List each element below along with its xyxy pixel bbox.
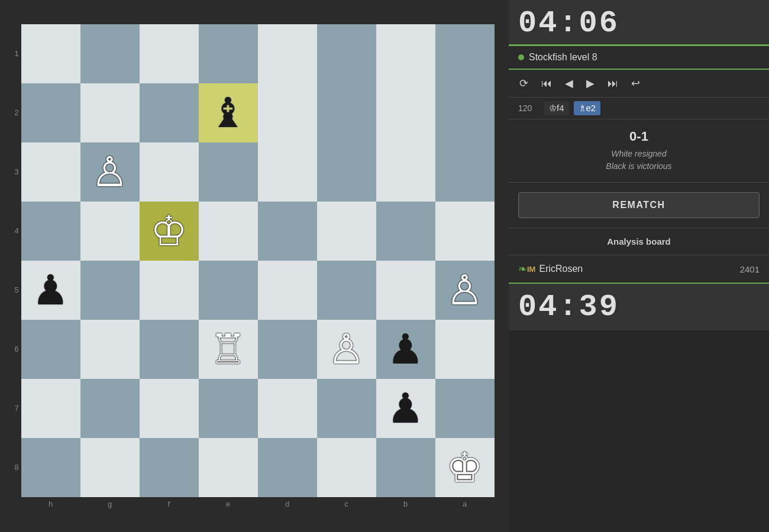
square-d2[interactable] [258,83,317,142]
square-f4-highlight[interactable]: ♔ [140,202,199,261]
square-e1[interactable] [199,24,258,83]
square-e3[interactable] [199,142,258,202]
square-e4[interactable] [199,202,258,261]
square-d6[interactable] [258,320,317,379]
square-h2[interactable] [21,83,80,142]
square-d7[interactable] [258,379,317,438]
next-move-button[interactable]: ▶ [583,74,598,92]
square-h1[interactable] [21,24,80,83]
rematch-button[interactable]: REMATCH [518,192,760,218]
square-b4[interactable] [376,202,435,261]
square-f5[interactable] [140,261,199,320]
square-h4[interactable] [21,202,80,261]
clock-bottom-display: 04:39 [518,290,760,325]
pawn-black-b6: ♟ [387,329,424,370]
square-e6[interactable]: ♖ [199,320,258,379]
square-g5[interactable] [80,261,140,320]
square-g8[interactable] [80,438,140,497]
square-g7[interactable] [80,379,140,438]
square-a7[interactable] [435,379,495,438]
chess-board[interactable]: ♝ ♙ ♔ [21,24,495,497]
status-dot [518,54,524,60]
square-d4[interactable] [258,202,317,261]
king-white-a8: ♚ [446,447,483,488]
clock-top: 04:06 [509,0,769,46]
player-badge: IM [527,265,535,274]
square-b5[interactable] [376,261,435,320]
square-b3[interactable] [376,142,435,202]
square-g2[interactable] [80,83,140,142]
square-d1[interactable] [258,24,317,83]
analysis-section[interactable]: Analysis board [509,228,769,255]
first-move-button[interactable]: ⏮ [538,75,555,92]
king-white-f4: ♔ [150,210,188,252]
file-g: g [80,499,140,508]
pawn-white-a5: ♙ [446,270,483,311]
square-a6[interactable] [435,320,495,379]
square-b1[interactable] [376,24,435,83]
square-d5[interactable] [258,261,317,320]
undo-button[interactable]: ↩ [628,74,644,92]
square-b6[interactable]: ♟ [376,320,435,379]
moves-row: 120 ♔f4 ♗e2 [509,98,769,119]
square-f8[interactable] [140,438,199,497]
square-e5[interactable] [199,261,258,320]
square-a3[interactable] [435,142,495,202]
square-c6[interactable]: ♙ [317,320,376,379]
square-a1[interactable] [435,24,495,83]
square-c5[interactable] [317,261,376,320]
square-a5[interactable]: ♙ [435,261,495,320]
rematch-section: REMATCH [509,183,769,228]
square-e2-highlight[interactable]: ♝ [199,83,258,142]
file-c: c [317,499,376,508]
pawn-black-h5: ♟ [32,270,69,311]
square-e7[interactable] [199,379,258,438]
move-black[interactable]: ♗e2 [574,101,601,115]
square-c1[interactable] [317,24,376,83]
square-h6[interactable] [21,320,80,379]
square-a2[interactable] [435,83,495,142]
square-g4[interactable] [80,202,140,261]
clock-bottom: 04:39 [509,284,769,330]
square-h3[interactable] [21,142,80,202]
square-h8[interactable] [21,438,80,497]
rook-white-e6: ♖ [209,329,247,370]
square-g1[interactable] [80,24,140,83]
square-d3[interactable] [258,142,317,202]
square-d8[interactable] [258,438,317,497]
square-f6[interactable] [140,320,199,379]
analysis-label[interactable]: Analysis board [518,236,760,246]
rank-7: 2 [14,83,18,142]
square-f3[interactable] [140,142,199,202]
square-c8[interactable] [317,438,376,497]
rank-5: 4 [14,202,18,261]
flip-board-button[interactable]: ⟳ [516,74,532,92]
last-move-button[interactable]: ⏭ [604,75,622,92]
player-name: EricRosen [539,264,583,274]
square-g6[interactable] [80,320,140,379]
square-g3[interactable]: ♙ [80,142,140,202]
square-a4[interactable] [435,202,495,261]
square-c7[interactable] [317,379,376,438]
result-line2: Black is victorious [518,160,760,173]
pawn-white-g3: ♙ [91,151,128,193]
square-b8[interactable] [376,438,435,497]
square-e8[interactable] [199,438,258,497]
square-f1[interactable] [140,24,199,83]
prev-move-button[interactable]: ◀ [561,74,577,92]
square-h5[interactable]: ♟ [21,261,80,320]
square-c3[interactable] [317,142,376,202]
info-panel: 04:06 Stockfish level 8 ⟳ ⏮ ◀ ▶ ⏭ ↩ 120 … [509,0,769,532]
square-a8[interactable]: ♚ [435,438,495,497]
square-c2[interactable] [317,83,376,142]
square-b2[interactable] [376,83,435,142]
square-b7[interactable]: ♟ [376,379,435,438]
square-f2[interactable] [140,83,199,142]
square-f7[interactable] [140,379,199,438]
square-h7[interactable] [21,379,80,438]
move-white[interactable]: ♔f4 [544,101,569,115]
rank-8: 1 [14,24,18,83]
square-c4[interactable] [317,202,376,261]
clock-top-display: 04:06 [518,6,760,41]
move-controls: ⟳ ⏮ ◀ ▶ ⏭ ↩ [509,70,769,98]
